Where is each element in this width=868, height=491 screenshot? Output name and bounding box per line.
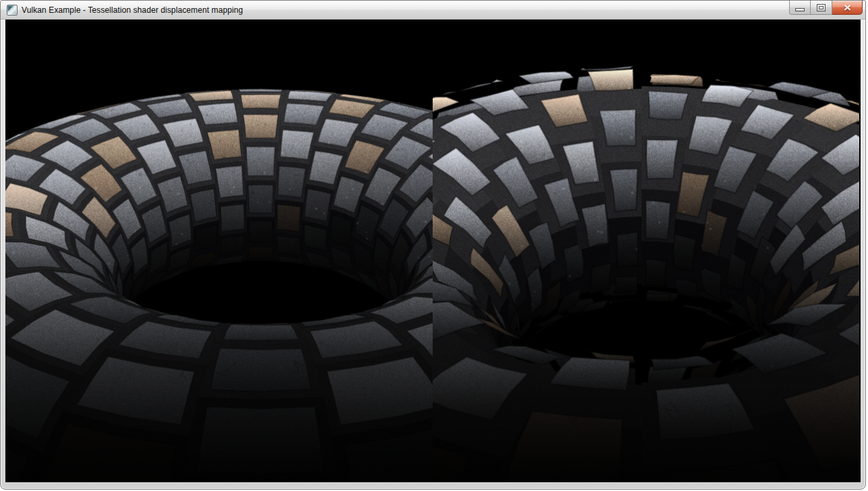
render-area: [5, 20, 861, 482]
window-title: Vulkan Example - Tessellation shader dis…: [22, 5, 243, 15]
close-icon: ✕: [843, 3, 852, 12]
maximize-button[interactable]: [811, 1, 832, 15]
vulkan-example-window: Vulkan Example - Tessellation shader dis…: [0, 0, 866, 490]
window-controls: ✕: [789, 1, 863, 15]
minimize-button[interactable]: [789, 1, 811, 15]
titlebar[interactable]: Vulkan Example - Tessellation shader dis…: [1, 1, 865, 20]
maximize-icon: [817, 4, 826, 11]
render-viewport-left[interactable]: [5, 20, 433, 482]
minimize-icon: [795, 8, 805, 11]
render-viewport-right[interactable]: [433, 20, 859, 482]
app-icon[interactable]: [7, 5, 18, 16]
close-button[interactable]: ✕: [832, 1, 863, 15]
